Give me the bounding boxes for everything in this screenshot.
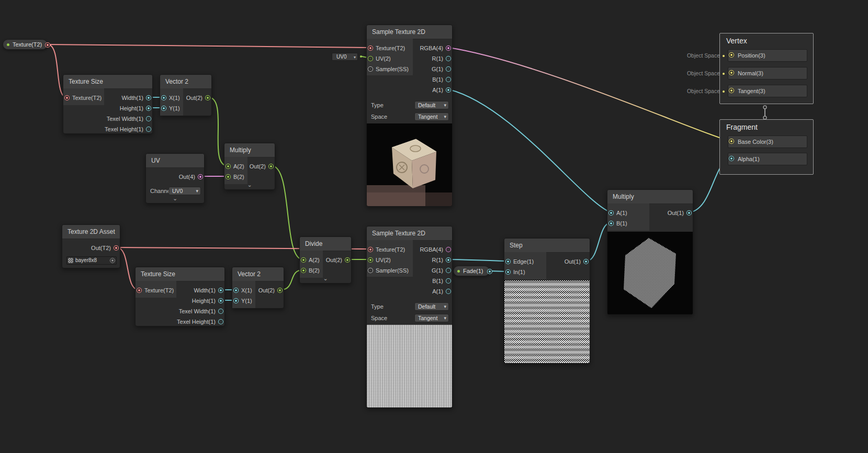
b-input-port[interactable] (610, 222, 612, 224)
rgba-output-port[interactable] (447, 248, 449, 251)
r-output-port[interactable] (447, 58, 449, 60)
node-texture-2d-asset[interactable]: Texture 2D Asset Out(T2) bayer8x8 (62, 224, 120, 268)
node-title[interactable]: Multiply (224, 143, 275, 157)
b-output-port[interactable] (447, 78, 449, 81)
node-texture-size-2[interactable]: Texture Size Texture(T2) Width(1) Height… (135, 267, 225, 326)
type-dropdown[interactable]: Default ▾ (414, 101, 449, 109)
node-multiply-1[interactable]: Multiply A(2) B(2) Out(2) ⌄ (224, 143, 275, 190)
out-output-port[interactable] (207, 97, 209, 99)
block-row-position[interactable]: Object Space Position(3) (728, 49, 807, 62)
b-output-port[interactable] (447, 280, 449, 282)
tangent-input-port[interactable] (730, 89, 732, 92)
position-input-port[interactable] (730, 54, 732, 56)
rgba-output-port[interactable] (447, 47, 449, 49)
out-output-port[interactable] (199, 176, 201, 178)
node-title[interactable]: Vector 2 (232, 267, 284, 281)
property-label: Texture(T2) (13, 41, 42, 48)
height-output-port[interactable] (148, 107, 150, 109)
block-row-normal[interactable]: Object Space Normal(3) (728, 67, 807, 80)
a-output-port[interactable] (447, 290, 449, 292)
type-dropdown[interactable]: Default ▾ (414, 302, 449, 311)
in-input-port[interactable] (507, 271, 509, 273)
node-title[interactable]: Texture Size (136, 267, 224, 281)
out-output-port[interactable] (115, 247, 117, 249)
normal-input-port[interactable] (730, 72, 732, 74)
out-output-port[interactable] (688, 212, 690, 214)
r-output-port[interactable] (447, 259, 449, 261)
wire-alpha-to-multiply-a[interactable] (449, 89, 611, 212)
node-sample-texture-2d-bottom[interactable]: Sample Texture 2D Texture(T2) UV(2) Samp… (366, 226, 453, 408)
node-sample-texture-2d-top[interactable]: Sample Texture 2D Texture(T2) UV(2) Samp… (366, 25, 453, 207)
y-input-port[interactable] (163, 107, 165, 109)
property-pill-fade[interactable]: Fade(1) (453, 266, 490, 276)
node-texture-size-1[interactable]: Texture Size Texture(T2) Width(1) Height… (63, 74, 153, 134)
collapse-chevron-icon[interactable]: ⌄ (224, 182, 275, 188)
node-title[interactable]: Vector 2 (160, 75, 211, 89)
space-dropdown-label[interactable]: Object Space (684, 50, 720, 61)
node-title[interactable]: Texture 2D Asset (62, 225, 120, 239)
property-pill-texture[interactable]: Texture(T2) (3, 39, 48, 50)
block-row-label: Normal(3) (738, 70, 763, 76)
node-title[interactable]: Texture Size (63, 75, 152, 89)
b-input-port[interactable] (302, 269, 305, 271)
texel-width-output-port[interactable] (220, 310, 222, 312)
node-title[interactable]: Multiply (607, 190, 693, 204)
space-dropdown[interactable]: Tangent ▾ (414, 112, 449, 121)
out-output-port[interactable] (270, 165, 272, 167)
texel-width-output-port[interactable] (148, 118, 150, 120)
alpha-input-port[interactable] (730, 157, 732, 160)
node-divide[interactable]: Divide A(2) B(2) Out(2) ⌄ (299, 236, 352, 284)
object-picker-icon[interactable] (110, 258, 115, 263)
node-title[interactable]: Step (504, 239, 590, 253)
node-uv[interactable]: UV Out(4) Channel UV0 ▾ ⌄ (145, 153, 205, 203)
node-title[interactable]: UV (146, 154, 204, 168)
channel-dropdown[interactable]: UV0 ▾ (168, 187, 201, 195)
space-dropdown-label[interactable]: Object Space (684, 85, 720, 97)
height-output-port[interactable] (220, 300, 222, 302)
out-output-port[interactable] (585, 261, 587, 263)
out-output-port[interactable] (279, 289, 281, 291)
shader-graph-canvas[interactable]: Texture(T2) Fade(1) UV0 ▾ Texture Size T… (0, 0, 868, 453)
width-output-port[interactable] (220, 289, 222, 291)
default-connector-dot-icon (360, 55, 362, 58)
g-output-port[interactable] (447, 269, 449, 271)
width-output-port[interactable] (148, 97, 150, 99)
default-connector-dot-icon (723, 73, 725, 75)
collapse-chevron-icon[interactable]: ⌄ (300, 276, 351, 282)
texel-height-output-port[interactable] (148, 128, 150, 130)
wire-texture-to-sample-top[interactable] (48, 44, 370, 48)
block-row-base-color[interactable]: Base Color(3) (728, 135, 807, 148)
y-input-port[interactable] (235, 300, 237, 302)
node-title[interactable]: Sample Texture 2D (367, 25, 452, 39)
texture-asset-field[interactable]: bayer8x8 (66, 256, 117, 265)
wire-multiply-to-divide-a[interactable] (272, 166, 303, 259)
block-row-tangent[interactable]: Object Space Tangent(3) (728, 85, 807, 97)
node-step[interactable]: Step Edge(1) In(1) Out(1) (504, 238, 590, 364)
node-title[interactable]: Sample Texture 2D (367, 226, 452, 241)
block-row-alpha[interactable]: Alpha(1) (728, 153, 807, 165)
out-output-port[interactable] (346, 259, 348, 261)
collapse-chevron-icon[interactable]: ⌄ (146, 196, 204, 202)
property-output-port[interactable] (489, 270, 491, 273)
port-label: Height(1) (120, 105, 143, 111)
base-color-input-port[interactable] (730, 140, 732, 142)
property-output-port[interactable] (47, 44, 49, 46)
space-dropdown[interactable]: Tangent ▾ (414, 314, 449, 322)
port-label: Texel Height(1) (105, 126, 143, 132)
port-row: Width(1) (63, 93, 152, 103)
block-title: Vertex (726, 37, 747, 45)
wire-r-to-step-edge[interactable] (449, 259, 508, 261)
node-vector2-1[interactable]: Vector 2 X(1) Y(1) Out(2) (160, 74, 212, 116)
space-dropdown-label[interactable]: Object Space (684, 67, 720, 79)
g-output-port[interactable] (447, 68, 449, 70)
vertex-context-block[interactable]: Vertex Object Space Position(3) Object S… (719, 33, 814, 104)
b-input-port[interactable] (227, 176, 229, 178)
uv-channel-default-dropdown[interactable]: UV0 ▾ (332, 53, 358, 61)
texel-height-output-port[interactable] (220, 321, 222, 323)
node-vector2-2[interactable]: Vector 2 X(1) Y(1) Out(2) (232, 267, 284, 309)
node-multiply-2[interactable]: Multiply A(1) B(1) Out(1) (607, 189, 693, 315)
a-output-port[interactable] (447, 89, 449, 91)
fragment-context-block[interactable]: Fragment Base Color(3) Alpha(1) (719, 119, 814, 175)
node-title[interactable]: Divide (300, 237, 351, 251)
port-row: A(1) (367, 85, 452, 95)
